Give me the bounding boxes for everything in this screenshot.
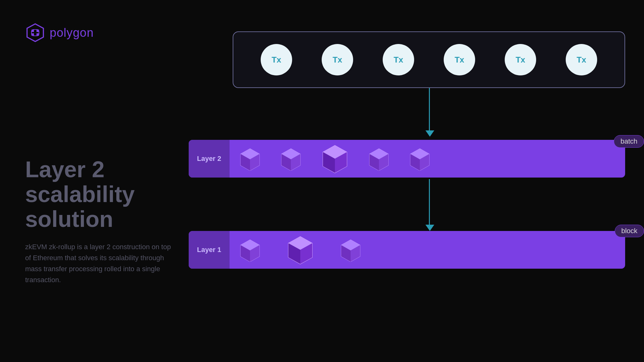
svg-rect-1	[31, 30, 34, 32]
layer2-label: Layer 2	[189, 140, 230, 178]
transactions-box: Tx Tx Tx Tx Tx Tx	[233, 31, 625, 88]
logo-area: polygon	[25, 23, 94, 43]
tx-circle-5: Tx	[505, 44, 536, 75]
description-text: zkEVM zk-rollup is a layer 2 constructio…	[25, 241, 176, 286]
layer1-cube-3	[340, 238, 362, 262]
svg-marker-0	[27, 24, 43, 41]
layer2-cube-4	[368, 147, 390, 171]
left-content: Layer 2 scalability solution zkEVM zk-ro…	[25, 157, 189, 285]
diagram-container: Tx Tx Tx Tx Tx Tx Layer 2	[189, 25, 644, 362]
tx-circle-6: Tx	[566, 44, 597, 75]
layer1-blocks-row	[189, 231, 625, 269]
batch-label: batch	[614, 135, 644, 148]
tx-circle-4: Tx	[444, 44, 475, 75]
polygon-logo-icon	[25, 23, 45, 43]
logo-text: polygon	[50, 26, 94, 40]
tx-circle-2: Tx	[322, 44, 353, 75]
svg-rect-4	[36, 33, 39, 36]
arrow-down-2	[425, 225, 434, 231]
connector-line-1	[429, 88, 430, 132]
tx-circle-1: Tx	[261, 44, 292, 75]
layer2-cube-2	[280, 147, 302, 171]
layer2-bar: Layer 2	[189, 140, 625, 178]
layer1-cube-2-highlighted	[286, 235, 314, 265]
block-label: block	[615, 225, 644, 237]
layer2-cube-1	[239, 147, 261, 171]
svg-rect-3	[31, 33, 34, 36]
arrow-down-1	[425, 130, 434, 137]
layer2-cube-3-highlighted	[321, 144, 349, 174]
svg-rect-2	[36, 30, 39, 32]
connector-line-2	[429, 179, 430, 226]
layer1-bar: Layer 1	[189, 231, 625, 269]
layer2-cube-5	[409, 147, 431, 171]
layer1-cube-1	[239, 238, 261, 262]
layer1-label: Layer 1	[189, 231, 230, 269]
main-heading: Layer 2 scalability solution	[25, 157, 189, 232]
tx-circle-3: Tx	[383, 44, 414, 75]
